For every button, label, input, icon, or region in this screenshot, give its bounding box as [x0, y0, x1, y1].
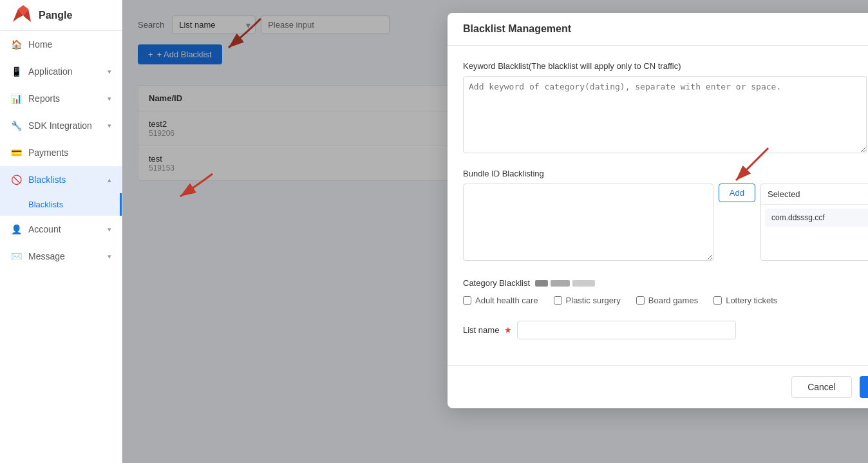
modal-title: Blacklist Management: [463, 23, 571, 35]
sidebar-label-reports: Reports: [28, 93, 60, 104]
reports-icon: 📊: [10, 93, 22, 104]
chevron-down-icon: ▾: [108, 225, 111, 234]
ok-button[interactable]: OK: [860, 376, 868, 398]
bundle-tag: com.ddsssg.ccf ✕: [765, 209, 868, 227]
category-label-row: Category Blacklist: [463, 278, 868, 288]
keyword-section-label: Keyword Blacklist(The blacklist will app…: [463, 61, 868, 71]
keyword-textarea[interactable]: [463, 76, 867, 153]
chevron-down-icon: ▾: [108, 68, 111, 76]
main-content: Search List name + + Add Blacklist: [122, 0, 868, 463]
checkboxes-row: Adult health care Plastic surgery Board …: [463, 296, 868, 305]
keyword-input-row: Add: [463, 76, 868, 153]
bundle-selected-panel: Selected 🔍 Empty com.ddsssg.ccf ✕: [760, 184, 868, 261]
sidebar-sub-label-blacklists: Blacklists: [28, 200, 63, 209]
logo-icon: [10, 4, 33, 27]
required-star: ★: [504, 325, 512, 335]
chevron-up-icon: ▴: [108, 176, 111, 184]
bundle-left: [463, 184, 713, 263]
sidebar-label-sdk: SDK Integration: [28, 120, 92, 131]
bundle-add-button[interactable]: Add: [719, 184, 755, 202]
modal-footer: Cancel OK: [448, 365, 868, 408]
app-name: Pangle: [39, 10, 72, 21]
bundle-section: Bundle ID Blacklisting Add: [463, 169, 868, 263]
checkbox-adult[interactable]: Adult health care: [463, 296, 538, 305]
sidebar-label-application: Application: [28, 66, 73, 77]
sdk-icon: 🔧: [10, 120, 22, 131]
list-name-input[interactable]: [517, 321, 736, 339]
sidebar-label-home: Home: [28, 39, 52, 50]
sidebar-item-account[interactable]: 👤 Account ▾: [0, 216, 122, 243]
chevron-down-icon: ▾: [108, 252, 111, 261]
checkbox-lottery-input[interactable]: [713, 296, 722, 305]
sidebar-item-blacklists[interactable]: 🚫 Blacklists ▴: [0, 166, 122, 193]
message-icon: ✉️: [10, 250, 22, 262]
chevron-down-icon: ▾: [108, 122, 111, 130]
bar-light: [572, 280, 595, 287]
selected-label: Selected: [768, 189, 800, 199]
checkbox-lottery[interactable]: Lottery tickets: [713, 296, 777, 305]
list-name-section: List name ★: [463, 321, 868, 339]
bundle-textarea[interactable]: [463, 184, 713, 261]
sidebar-label-message: Message: [28, 251, 65, 261]
checkbox-plastic-label: Plastic surgery: [566, 296, 621, 305]
blacklist-modal: Blacklist Management ✕ Keyword Blacklist…: [448, 13, 868, 408]
keyword-section: Keyword Blacklist(The blacklist will app…: [463, 61, 868, 153]
list-name-row: List name ★: [463, 321, 868, 339]
sidebar-item-sdk[interactable]: 🔧 SDK Integration ▾: [0, 112, 122, 139]
checkbox-plastic-input[interactable]: [554, 296, 562, 305]
bundle-center: Add: [719, 184, 755, 202]
checkbox-board-input[interactable]: [636, 296, 645, 305]
cancel-button[interactable]: Cancel: [791, 376, 852, 398]
sidebar: Pangle 🏠 Home 📱 Application ▾ 📊 Reports …: [0, 0, 122, 463]
sidebar-nav: 🏠 Home 📱 Application ▾ 📊 Reports ▾ 🔧 SDK…: [0, 31, 122, 463]
chevron-down-icon: ▾: [108, 95, 111, 103]
bundle-right-header: Selected 🔍 Empty: [761, 184, 868, 205]
checkbox-board-label: Board games: [648, 296, 698, 305]
bundle-row: Add: [463, 184, 868, 263]
home-icon: 🏠: [10, 39, 22, 50]
checkbox-lottery-label: Lottery tickets: [726, 296, 777, 305]
sidebar-label-payments: Payments: [28, 147, 68, 158]
sidebar-item-payments[interactable]: 💳 Payments: [0, 139, 122, 166]
blacklists-icon: 🚫: [10, 174, 22, 185]
modal-body: Keyword Blacklist(The blacklist will app…: [448, 46, 868, 365]
checkbox-adult-input[interactable]: [463, 296, 471, 305]
application-icon: 📱: [10, 66, 22, 77]
category-bars: [535, 280, 595, 287]
sidebar-label-blacklists: Blacklists: [28, 175, 66, 185]
sidebar-item-reports[interactable]: 📊 Reports ▾: [0, 85, 122, 112]
checkbox-plastic[interactable]: Plastic surgery: [554, 296, 621, 305]
sidebar-item-application[interactable]: 📱 Application ▾: [0, 58, 122, 85]
bar-medium: [551, 280, 570, 287]
list-name-label: List name: [463, 325, 499, 335]
category-section: Category Blacklist Adult health care P: [463, 278, 868, 305]
bundle-section-label: Bundle ID Blacklisting: [463, 169, 868, 178]
sidebar-label-account: Account: [28, 224, 61, 234]
category-section-label: Category Blacklist: [463, 278, 530, 288]
sidebar-subitem-blacklists[interactable]: Blacklists: [0, 193, 122, 216]
sidebar-item-home[interactable]: 🏠 Home: [0, 31, 122, 58]
account-icon: 👤: [10, 223, 22, 235]
checkbox-adult-label: Adult health care: [475, 296, 538, 305]
bar-dark: [535, 280, 548, 287]
sidebar-item-message[interactable]: ✉️ Message ▾: [0, 243, 122, 270]
sidebar-header: Pangle: [0, 0, 122, 31]
checkbox-board[interactable]: Board games: [636, 296, 698, 305]
tag-text: com.ddsssg.ccf: [771, 213, 825, 222]
modal-header: Blacklist Management ✕: [448, 13, 868, 46]
payments-icon: 💳: [10, 147, 22, 158]
